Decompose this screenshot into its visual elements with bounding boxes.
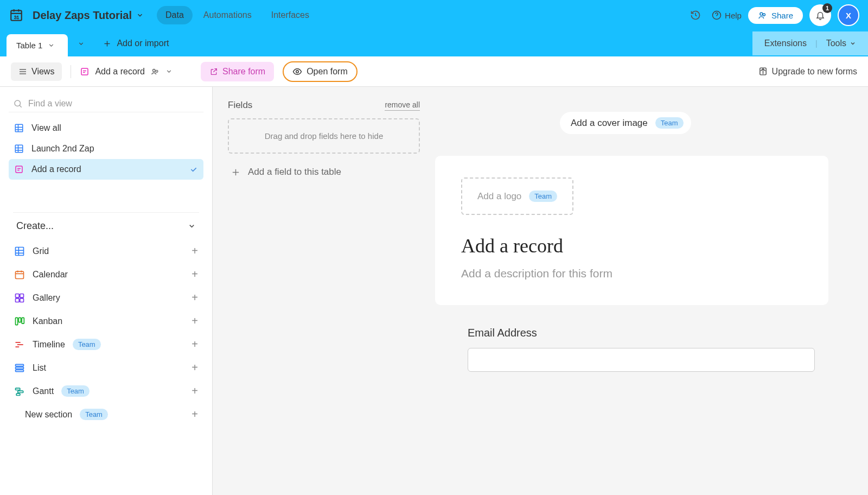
cover-label: Add a cover image — [571, 118, 648, 129]
share-button[interactable]: Share — [748, 7, 803, 24]
email-input[interactable] — [468, 348, 815, 372]
table-tab-active[interactable]: Table 1 — [7, 34, 68, 56]
search-icon — [13, 99, 23, 109]
table-tab-bar: Table 1 Add or import Extensions | Tools — [0, 30, 868, 56]
create-grid[interactable]: Grid + — [9, 239, 203, 263]
extensions-button[interactable]: Extensions — [764, 39, 807, 48]
team-badge: Team — [73, 339, 101, 350]
svg-point-21 — [15, 100, 21, 106]
add-field-label: Add a field to this table — [248, 167, 341, 177]
tools-button[interactable]: Tools — [826, 39, 856, 48]
tab-data[interactable]: Data — [157, 6, 193, 24]
svg-rect-42 — [16, 294, 20, 297]
create-list[interactable]: List + — [9, 356, 203, 379]
add-table-label: Add or import — [117, 39, 169, 48]
fields-drop-zone[interactable]: Drag and drop fields here to hide — [228, 118, 420, 154]
add-table-button[interactable]: Add or import — [94, 30, 177, 56]
svg-rect-54 — [16, 370, 24, 371]
notifications-button[interactable]: 1 — [809, 4, 831, 26]
view-item-add-a-record[interactable]: Add a record — [9, 159, 203, 180]
base-name-dropdown[interactable]: Delay Zaps Tutorial — [33, 9, 144, 22]
plus-icon: + — [192, 315, 198, 327]
add-field-button[interactable]: Add a field to this table — [228, 163, 420, 181]
help-label: Help — [725, 11, 742, 20]
team-badge: Team — [61, 385, 90, 397]
form-view-icon — [14, 164, 24, 174]
plus-icon: + — [192, 408, 198, 421]
add-cover-button[interactable]: Add a cover image Team — [560, 112, 691, 134]
team-badge: Team — [529, 191, 557, 202]
svg-rect-52 — [16, 364, 24, 366]
external-link-icon — [209, 67, 218, 76]
svg-rect-46 — [16, 318, 18, 325]
arrow-up-icon — [758, 67, 768, 76]
add-logo-button[interactable]: Add a logo Team — [461, 177, 573, 215]
plus-icon — [103, 40, 111, 48]
open-form-button[interactable]: Open form — [283, 61, 358, 82]
svg-rect-48 — [22, 318, 24, 323]
view-name-display[interactable]: Add a record — [80, 67, 173, 77]
gallery-icon — [14, 293, 25, 303]
create-new-section[interactable]: New section Team + — [9, 403, 203, 426]
form-description[interactable]: Add a description for this form — [461, 267, 802, 280]
form-title[interactable]: Add a record — [461, 234, 802, 257]
fields-panel: Fields remove all Drag and drop fields h… — [213, 87, 435, 495]
check-icon — [189, 165, 198, 174]
main-area: View all Launch 2nd Zap Add a record Cre… — [0, 87, 868, 495]
base-icon: 31 — [9, 8, 24, 23]
svg-text:31: 31 — [14, 15, 20, 20]
view-item-label: Add a record — [31, 164, 81, 174]
view-item-label: View all — [31, 123, 61, 133]
create-kanban[interactable]: Kanban + — [9, 309, 203, 333]
view-toolbar: Views Add a record Share form Open form … — [0, 56, 868, 87]
svg-rect-56 — [18, 391, 23, 392]
create-section-header[interactable]: Create... — [13, 212, 199, 239]
create-gallery[interactable]: Gallery + — [9, 286, 203, 309]
view-item-view-all[interactable]: View all — [9, 118, 203, 138]
logo-label: Add a logo — [477, 191, 521, 202]
svg-point-17 — [153, 69, 156, 72]
share-form-button[interactable]: Share form — [201, 62, 274, 81]
chevron-down-icon — [850, 40, 856, 47]
people-icon — [150, 67, 160, 77]
menu-icon — [18, 67, 27, 76]
tab-interfaces[interactable]: Interfaces — [263, 6, 318, 24]
header-right: Help Share 1 X — [686, 4, 859, 26]
plus-icon: + — [192, 361, 198, 374]
svg-point-7 — [760, 12, 763, 15]
list-icon — [14, 363, 25, 373]
svg-rect-44 — [16, 298, 20, 302]
tab-automations[interactable]: Automations — [195, 6, 260, 24]
history-button[interactable] — [686, 5, 705, 25]
views-button[interactable]: Views — [11, 62, 62, 81]
plus-icon — [231, 168, 240, 177]
create-header-label: Create... — [16, 220, 54, 232]
form-header-card: Add a logo Team Add a record Add a descr… — [435, 156, 828, 305]
svg-rect-31 — [16, 166, 22, 173]
view-search-input[interactable] — [28, 99, 199, 109]
fields-title: Fields — [228, 100, 252, 111]
chevron-down-icon — [165, 68, 173, 75]
team-badge: Team — [655, 117, 684, 129]
notification-badge: 1 — [822, 3, 832, 13]
view-item-launch-2nd-zap[interactable]: Launch 2nd Zap — [9, 138, 203, 159]
avatar[interactable]: X — [838, 4, 859, 26]
form-icon — [80, 67, 90, 77]
open-form-label: Open form — [307, 67, 348, 77]
create-calendar[interactable]: Calendar + — [9, 263, 203, 286]
upgrade-link[interactable]: Upgrade to new forms — [758, 67, 857, 77]
svg-rect-45 — [20, 298, 24, 302]
help-button[interactable]: Help — [712, 10, 742, 20]
create-gantt[interactable]: Gantt Team + — [9, 379, 203, 403]
remove-all-link[interactable]: remove all — [385, 100, 420, 111]
top-tabs: Data Automations Interfaces — [157, 6, 318, 24]
svg-rect-43 — [20, 294, 24, 297]
people-icon — [758, 11, 767, 20]
svg-point-8 — [763, 13, 765, 15]
all-tables-dropdown[interactable] — [68, 30, 94, 56]
view-name-label: Add a record — [95, 67, 145, 77]
create-timeline[interactable]: Timeline Team + — [9, 333, 203, 356]
timeline-icon — [14, 339, 25, 350]
view-search[interactable] — [9, 96, 203, 112]
form-canvas: Add a cover image Team Add a logo Team A… — [435, 87, 868, 495]
